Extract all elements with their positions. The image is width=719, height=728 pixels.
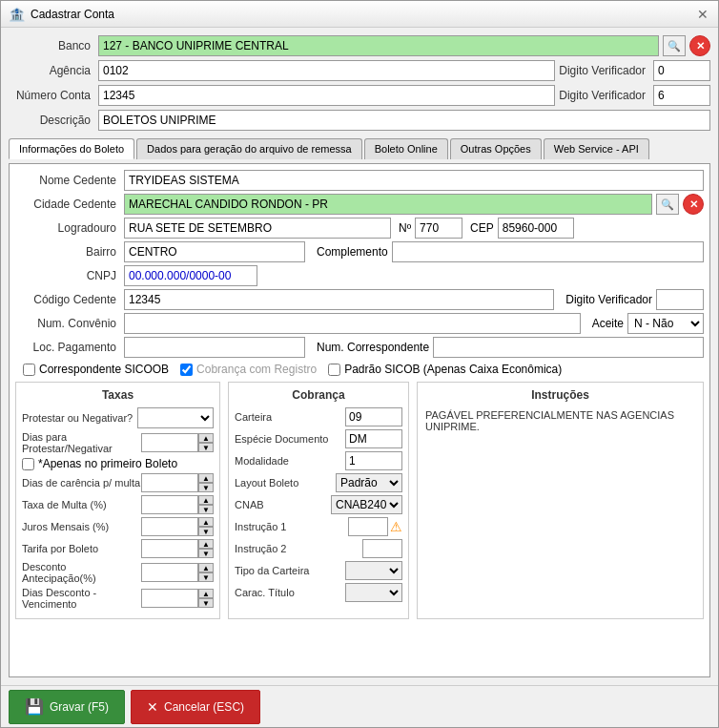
dias-protestar-up[interactable]: ▲ [198,433,214,443]
num-convenio-input[interactable] [124,313,581,334]
especie-doc-input[interactable] [345,429,402,448]
bairro-label: Bairro [15,245,120,259]
complemento-input[interactable] [392,241,704,262]
taxa-multa-row: Taxa de Multa (%) ▲ ▼ [22,495,214,514]
cnpj-input[interactable] [124,265,257,286]
descricao-input[interactable] [98,110,710,131]
carac-titulo-select[interactable] [345,583,402,602]
tipo-carteira-select[interactable] [345,561,402,580]
cep-input[interactable] [498,218,574,239]
cidade-search-button[interactable]: 🔍 [656,194,679,215]
taxas-title: Taxas [22,388,214,402]
num-correspondente-input[interactable] [433,337,704,358]
taxa-multa-down[interactable]: ▼ [198,505,214,514]
taxa-multa-input[interactable] [141,495,198,514]
tab-outras-opcoes[interactable]: Outras Opções [450,138,542,159]
instrucao1-input[interactable] [348,517,388,536]
dias-protestar-down[interactable]: ▼ [198,443,214,452]
banco-row: Banco 🔍 ✕ [9,35,710,56]
apenas-primeiro-checkbox[interactable] [22,458,34,470]
instrucao1-wrap: ⚠ [348,517,402,536]
gravar-icon: 💾 [25,697,44,716]
bairro-input[interactable] [124,241,305,262]
loc-pagamento-input[interactable] [124,337,305,358]
gravar-label: Gravar (F5) [50,700,109,714]
logradouro-input[interactable] [124,218,391,239]
juros-mensais-down[interactable]: ▼ [198,527,214,536]
juros-mensais-input[interactable] [141,517,198,536]
layout-boleto-select[interactable]: Padrão [336,473,402,492]
juros-mensais-up[interactable]: ▲ [198,517,214,527]
carac-titulo-row: Carac. Título [235,583,402,602]
aceite-select[interactable]: N - Não S - Sim [627,313,704,334]
cancelar-label: Cancelar (ESC) [164,700,244,714]
codigo-cedente-input[interactable] [124,289,554,310]
tarifa-boleto-down[interactable]: ▼ [198,549,214,558]
modalidade-input[interactable] [345,451,402,470]
numero-conta-input[interactable] [98,85,555,106]
correspondente-sicoob-label: Correspondente SICOOB [39,363,169,376]
digito-conta-input[interactable] [653,85,710,106]
tab-boleto-online[interactable]: Boleto Online [364,138,448,159]
cancelar-button[interactable]: ✕ Cancelar (ESC) [131,690,260,724]
banco-input[interactable] [98,35,659,56]
nome-cedente-label: Nome Cedente [15,174,120,187]
padrao-sicob-checkbox[interactable] [328,364,340,376]
instrucao1-label: Instrução 1 [235,521,320,532]
dias-desconto-down[interactable]: ▼ [198,598,214,608]
tarifa-boleto-input[interactable] [141,539,198,558]
tab-informacoes-boleto[interactable]: Informações do Boleto [9,138,134,159]
numero-input[interactable] [415,218,462,239]
tarifa-boleto-label: Tarifa por Boleto [22,543,98,554]
agencia-label: Agência [9,64,94,77]
desconto-antecipacao-input[interactable] [141,563,198,582]
window-icon: 🏦 [9,7,25,22]
cnab-select[interactable]: CNAB240 CNAB150 [331,495,402,514]
cobranca-registro-checkbox[interactable] [180,364,193,376]
instrucoes-section: Instruções PAGÁVEL PREFERENCIALMENTE NAS… [417,382,704,619]
dias-carencia-down[interactable]: ▼ [198,483,214,492]
digito-verificador-label: Digito Verificador [565,293,652,306]
cep-label: CEP [470,221,494,235]
protestar-select[interactable] [137,407,214,428]
tab-content: Nome Cedente Cidade Cedente 🔍 ✕ Logradou… [9,163,710,677]
instrucao2-input[interactable] [362,539,402,558]
tab-web-service-api[interactable]: Web Service - API [544,138,649,159]
taxa-multa-up[interactable]: ▲ [198,495,214,505]
desconto-antecipacao-label: Desconto Antecipação(%) [22,561,141,584]
nome-cedente-input[interactable] [124,170,704,191]
dias-protestar-input[interactable] [141,433,198,452]
dias-carencia-row: Dias de carência p/ multa ▲ ▼ [22,473,214,492]
cidade-cedente-input[interactable] [124,194,652,215]
dias-desconto-input[interactable] [141,589,198,608]
banco-search-button[interactable]: 🔍 [663,35,686,56]
banco-clear-button[interactable]: ✕ [689,35,710,56]
cidade-clear-button[interactable]: ✕ [683,194,704,215]
layout-boleto-row: Layout Boleto Padrão [235,473,402,492]
loc-pagamento-label: Loc. Pagamento [15,341,120,354]
num-correspondente-label: Num. Correspondente [317,341,429,354]
taxa-multa-label: Taxa de Multa (%) [22,499,107,510]
cobranca-title: Cobrança [235,388,402,402]
codigo-cedente-label: Código Cedente [15,293,120,306]
dias-desconto-up[interactable]: ▲ [198,589,214,598]
dias-carencia-up[interactable]: ▲ [198,473,214,483]
digito-agencia-input[interactable] [653,60,710,81]
agencia-input[interactable] [98,60,555,81]
desconto-antecipacao-up[interactable]: ▲ [198,563,214,572]
nome-cedente-row: Nome Cedente [15,170,704,191]
correspondente-sicoob-checkbox[interactable] [23,364,35,376]
taxas-section: Taxas Protestar ou Negativar? Dias para … [15,382,220,619]
carteira-input[interactable] [345,407,402,426]
juros-mensais-label: Juros Mensais (%) [22,521,109,532]
tarifa-boleto-up[interactable]: ▲ [198,539,214,549]
desconto-antecipacao-down[interactable]: ▼ [198,572,214,582]
instrucao1-row: Instrução 1 ⚠ [235,517,402,536]
gravar-button[interactable]: 💾 Gravar (F5) [9,690,125,724]
dias-carencia-input[interactable] [141,473,198,492]
main-content: Banco 🔍 ✕ Agência Digito Verificador Núm… [1,28,718,685]
dias-desconto-row: Dias Desconto - Vencimento ▲ ▼ [22,587,214,610]
digito-verificador-cedente-input[interactable] [656,289,704,310]
window-close-button[interactable]: ✕ [695,7,710,22]
tab-dados-remessa[interactable]: Dados para geração do arquivo de remessa [136,138,362,159]
